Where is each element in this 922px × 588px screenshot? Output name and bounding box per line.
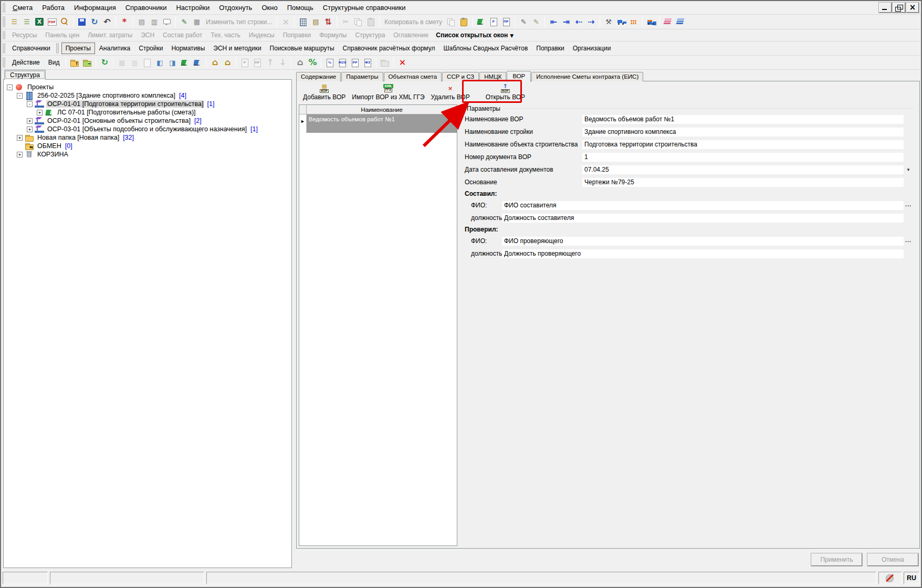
cancel-button[interactable]: Отмена	[867, 553, 918, 566]
menu-Информация[interactable]: Информация	[69, 2, 121, 13]
menu-Помощь[interactable]: Помощь	[282, 2, 318, 13]
row-settings-alt-button[interactable]: ▥	[148, 16, 161, 28]
paste-orange-button[interactable]	[457, 16, 470, 28]
books-pink-button[interactable]	[662, 16, 675, 28]
field-input[interactable]: Подготовка территории строительства	[582, 140, 904, 149]
delivery-button[interactable]	[645, 16, 657, 28]
panel-button-Панель цен[interactable]: Панель цен	[41, 32, 83, 39]
level-up-button[interactable]: ⇤	[547, 16, 560, 28]
page-p2-button[interactable]	[238, 56, 251, 69]
panel-splitter[interactable]	[292, 70, 296, 569]
menu-Настройки[interactable]: Настройки	[171, 2, 214, 13]
vor-add-button[interactable]: ▦ВОРДобавить ВОР	[300, 82, 349, 102]
field-input[interactable]: Должность составителя	[502, 214, 904, 223]
tree-expander-icon[interactable]: +	[17, 152, 23, 158]
tab-structure[interactable]: Структура	[4, 70, 46, 80]
tree-expander-icon[interactable]: +	[37, 110, 43, 116]
tab-Параметры[interactable]: Параметры	[341, 72, 383, 81]
copy-button[interactable]	[352, 16, 364, 28]
main-tab-Поправки[interactable]: Поправки	[532, 43, 568, 54]
menubar-gripper[interactable]	[3, 3, 5, 13]
delete-row-button[interactable]: ×	[279, 16, 292, 28]
field-input[interactable]: Здание спортивного комплекса	[582, 128, 904, 136]
ellipsis-button[interactable]: ...	[904, 237, 913, 246]
excel-button[interactable]: X	[33, 16, 46, 28]
main-tab-ЭСН и методики[interactable]: ЭСН и методики	[209, 43, 265, 54]
folder-collapse-button[interactable]: −	[81, 56, 93, 69]
open-windows-dropdown[interactable]: Список открытых окон▼	[433, 32, 517, 39]
main-tab-Проекты[interactable]: Проекты	[61, 43, 95, 54]
building-gray-button[interactable]: ▦	[116, 56, 128, 69]
search-button[interactable]	[58, 16, 71, 28]
main-tab-Стройки[interactable]: Стройки	[134, 43, 167, 54]
tree-export-button[interactable]: ☰	[8, 16, 20, 28]
tree-item[interactable]: ⇆ОБМЕН[0]	[4, 142, 291, 150]
move-up-button[interactable]: ↑	[264, 56, 276, 69]
tree-expander-icon[interactable]: -	[7, 85, 13, 90]
tree-item[interactable]: +КОРЗИНА	[4, 150, 291, 159]
page-pr2-button[interactable]	[251, 56, 264, 69]
panel-button-Индексы[interactable]: Индексы	[245, 32, 279, 39]
edit-list-remove-button[interactable]: ✎	[530, 16, 542, 28]
m29-button[interactable]	[336, 56, 349, 69]
undo-button[interactable]: ↶	[101, 16, 113, 28]
field-input[interactable]: Должность проверяющего	[502, 249, 904, 258]
outdent-button[interactable]: ⇠	[572, 16, 585, 28]
keyboard-language-indicator[interactable]: RU	[904, 572, 919, 584]
refresh-button[interactable]: ↻	[88, 16, 101, 28]
percent-page-button[interactable]	[323, 56, 336, 69]
new-folder-button[interactable]	[379, 56, 391, 69]
panel-button-Тех. часть[interactable]: Тех. часть	[206, 32, 244, 39]
tree-expander-icon[interactable]: +	[27, 127, 33, 132]
main-tab-Поисковые маршруты[interactable]: Поисковые маршруты	[266, 43, 339, 54]
paste-button[interactable]	[364, 16, 377, 28]
page-gray-button[interactable]	[141, 56, 153, 69]
calc-button[interactable]	[297, 16, 309, 28]
copy-page-button[interactable]	[445, 16, 457, 28]
apply-button[interactable]: Применить	[811, 553, 862, 566]
panel-button-Структура[interactable]: Структура	[351, 32, 389, 39]
tree-item[interactable]: -ОСР-01-01 [Подготовка территории строит…	[4, 100, 291, 108]
vor-import-button[interactable]: XMLГГЭИмпорт ВОР из XML ГГЭ	[349, 82, 427, 102]
list-item[interactable]: ►Ведомость объемов работ №1	[299, 114, 457, 133]
panel-button-Оглавление[interactable]: Оглавление	[389, 32, 433, 39]
pdf-button[interactable]: PDF	[46, 16, 58, 28]
action-menu-Действие[interactable]: Действие	[8, 57, 44, 68]
window-export-button[interactable]: ◨	[166, 56, 179, 69]
tree-expander-icon[interactable]: -	[17, 93, 23, 99]
house-percent-button[interactable]: ⌂	[294, 56, 306, 69]
house-copy-button[interactable]: ⌂	[221, 56, 234, 69]
main-tab-Аналитика[interactable]: Аналитика	[95, 43, 134, 54]
tree-import-button[interactable]: ☰	[20, 16, 33, 28]
panel-button-Ресурсы[interactable]: Ресурсы	[8, 32, 41, 39]
main-tab-Шаблоны Сводных Расчётов[interactable]: Шаблоны Сводных Расчётов	[439, 43, 532, 54]
tabs-gripper[interactable]	[56, 43, 59, 54]
main-tab-Нормативы[interactable]: Нормативы	[167, 43, 209, 54]
field-input[interactable]: ФИО проверяющего	[502, 237, 904, 246]
tree-item[interactable]: +Новая папка [Новая папка][32]	[4, 133, 291, 142]
refresh-green-button[interactable]: ↻	[98, 56, 111, 69]
menu-Справочники[interactable]: Справочники	[121, 2, 172, 13]
field-input[interactable]: Ведомость объемов работ №1	[582, 115, 904, 124]
save-button[interactable]	[76, 16, 88, 28]
indent-button[interactable]: ⇢	[585, 16, 598, 28]
pp-button[interactable]	[349, 56, 361, 69]
menu-Смета[interactable]: Смета	[8, 2, 37, 13]
edit-list-button[interactable]: ✎	[517, 16, 530, 28]
minimize-button[interactable]	[879, 3, 892, 13]
main-tab-Справочник расчётных формул[interactable]: Справочник расчётных формул	[339, 43, 439, 54]
field-input[interactable]: 1	[582, 153, 904, 162]
books-blue-button[interactable]	[675, 16, 687, 28]
panel-button-Состав работ[interactable]: Состав работ	[159, 32, 206, 39]
cut-button[interactable]: ✂	[339, 16, 352, 28]
toolbar-gripper[interactable]	[3, 57, 5, 68]
tree-item[interactable]: +ЛС 07-01 [Подготовительные работы (смет…	[4, 108, 291, 117]
menu-Структурные справочники[interactable]: Структурные справочники	[318, 2, 411, 13]
book-settings-button[interactable]	[475, 16, 487, 28]
menu-Отдохнуть[interactable]: Отдохнуть	[214, 2, 257, 13]
calendar-dropdown-icon[interactable]: ▼	[904, 165, 913, 174]
tree-expander-icon[interactable]: +	[27, 118, 33, 124]
main-tab-Справочники[interactable]: Справочники	[8, 43, 55, 54]
labor-button[interactable]: ⚒	[602, 16, 615, 28]
page-p-button[interactable]	[487, 16, 500, 28]
